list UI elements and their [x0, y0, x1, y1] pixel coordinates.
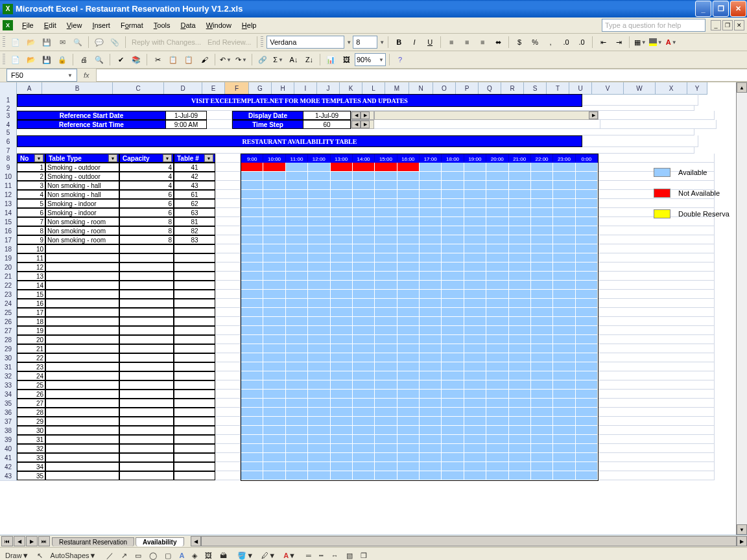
new-workbook-icon[interactable]: 📄: [8, 35, 23, 49]
schedule-cell[interactable]: [241, 453, 263, 462]
row-header[interactable]: 37: [0, 417, 17, 426]
schedule-cell[interactable]: [442, 299, 464, 308]
schedule-cell[interactable]: [263, 262, 285, 272]
menu-file[interactable]: File: [17, 19, 39, 31]
schedule-cell[interactable]: [331, 408, 353, 417]
schedule-cell[interactable]: [420, 217, 442, 226]
schedule-cell[interactable]: [331, 380, 353, 390]
row-header[interactable]: 12: [0, 190, 17, 200]
schedule-cell[interactable]: [286, 272, 308, 281]
schedule-cell[interactable]: [308, 390, 330, 399]
column-header-C[interactable]: C: [113, 82, 164, 95]
column-header-R[interactable]: R: [501, 82, 524, 95]
schedule-cell[interactable]: [553, 308, 575, 317]
schedule-cell[interactable]: [375, 253, 397, 262]
schedule-cell[interactable]: [442, 426, 464, 435]
schedule-cell[interactable]: [331, 417, 353, 426]
schedule-cell[interactable]: [442, 272, 464, 281]
schedule-cell[interactable]: [397, 317, 420, 326]
schedule-cell[interactable]: [420, 390, 442, 399]
schedule-cell[interactable]: [286, 335, 308, 344]
schedule-cell[interactable]: [553, 371, 575, 380]
schedule-cell[interactable]: [263, 426, 285, 435]
schedule-cell[interactable]: [464, 181, 486, 190]
schedule-cell[interactable]: [509, 399, 531, 408]
permission-icon[interactable]: 🔒: [55, 52, 69, 67]
schedule-cell[interactable]: [442, 163, 464, 172]
schedule-cell[interactable]: [353, 181, 375, 190]
schedule-cell[interactable]: [263, 462, 285, 471]
decrease-indent-button[interactable]: ⇤: [596, 35, 610, 49]
schedule-cell[interactable]: [331, 462, 353, 471]
schedule-cell[interactable]: [486, 335, 508, 344]
schedule-cell[interactable]: [553, 335, 575, 344]
schedule-cell[interactable]: [420, 262, 442, 272]
schedule-cell[interactable]: [241, 435, 263, 444]
schedule-cell[interactable]: [263, 244, 285, 253]
schedule-cell[interactable]: [286, 380, 308, 390]
schedule-cell[interactable]: [241, 362, 263, 371]
column-header-Y[interactable]: Y: [687, 82, 707, 95]
schedule-cell[interactable]: [553, 272, 575, 281]
schedule-cell[interactable]: [464, 290, 486, 299]
format-painter-icon[interactable]: 🖌: [197, 52, 211, 67]
schedule-cell[interactable]: [308, 172, 330, 181]
schedule-cell[interactable]: [375, 390, 397, 399]
schedule-cell[interactable]: [531, 235, 553, 244]
column-header-O[interactable]: O: [433, 82, 456, 95]
schedule-cell[interactable]: [308, 335, 330, 344]
sheet-tab-availability[interactable]: Availability: [136, 537, 184, 546]
autosum-button[interactable]: Σ▼: [271, 52, 285, 67]
schedule-cell[interactable]: [263, 235, 285, 244]
schedule-cell[interactable]: [486, 290, 508, 299]
schedule-cell[interactable]: [375, 380, 397, 390]
schedule-cell[interactable]: [464, 199, 486, 208]
schedule-cell[interactable]: [576, 444, 598, 453]
schedule-cell[interactable]: [531, 253, 553, 262]
schedule-cell[interactable]: [331, 208, 353, 217]
schedule-cell[interactable]: [353, 462, 375, 471]
row-header[interactable]: 34: [0, 390, 17, 399]
schedule-cell[interactable]: [241, 326, 263, 335]
schedule-cell[interactable]: [331, 371, 353, 380]
schedule-cell[interactable]: [486, 408, 508, 417]
row-header[interactable]: 43: [0, 471, 17, 481]
schedule-cell[interactable]: [308, 444, 330, 453]
schedule-cell[interactable]: [331, 299, 353, 308]
schedule-cell[interactable]: [531, 444, 553, 453]
schedule-cell[interactable]: [286, 362, 308, 371]
schedule-cell[interactable]: [486, 417, 508, 426]
schedule-cell[interactable]: [331, 244, 353, 253]
schedule-cell[interactable]: [286, 226, 308, 235]
schedule-cell[interactable]: [331, 344, 353, 353]
schedule-cell[interactable]: [531, 371, 553, 380]
schedule-cell[interactable]: [553, 217, 575, 226]
schedule-cell[interactable]: [531, 426, 553, 435]
schedule-cell[interactable]: [420, 417, 442, 426]
schedule-cell[interactable]: [263, 371, 285, 380]
schedule-cell[interactable]: [241, 471, 263, 480]
schedule-cell[interactable]: [531, 453, 553, 462]
schedule-cell[interactable]: [263, 453, 285, 462]
schedule-cell[interactable]: [263, 317, 285, 326]
schedule-cell[interactable]: [397, 290, 420, 299]
tab-nav-first[interactable]: ⏮: [1, 536, 13, 546]
draw-menu-button[interactable]: Draw ▼: [3, 549, 32, 560]
schedule-cell[interactable]: [464, 326, 486, 335]
schedule-cell[interactable]: [486, 353, 508, 362]
dash-style-button[interactable]: ┅: [316, 549, 326, 560]
schedule-cell[interactable]: [397, 390, 420, 399]
schedule-cell[interactable]: [241, 217, 263, 226]
schedule-cell[interactable]: [509, 417, 531, 426]
schedule-cell[interactable]: [576, 262, 598, 272]
schedule-cell[interactable]: [576, 272, 598, 281]
research-icon[interactable]: 📚: [129, 52, 143, 67]
schedule-cell[interactable]: [286, 172, 308, 181]
schedule-cell[interactable]: [331, 390, 353, 399]
schedule-cell[interactable]: [308, 299, 330, 308]
schedule-cell[interactable]: [420, 344, 442, 353]
schedule-cell[interactable]: [263, 380, 285, 390]
schedule-cell[interactable]: [553, 172, 575, 181]
schedule-cell[interactable]: [241, 462, 263, 471]
schedule-cell[interactable]: [420, 226, 442, 235]
